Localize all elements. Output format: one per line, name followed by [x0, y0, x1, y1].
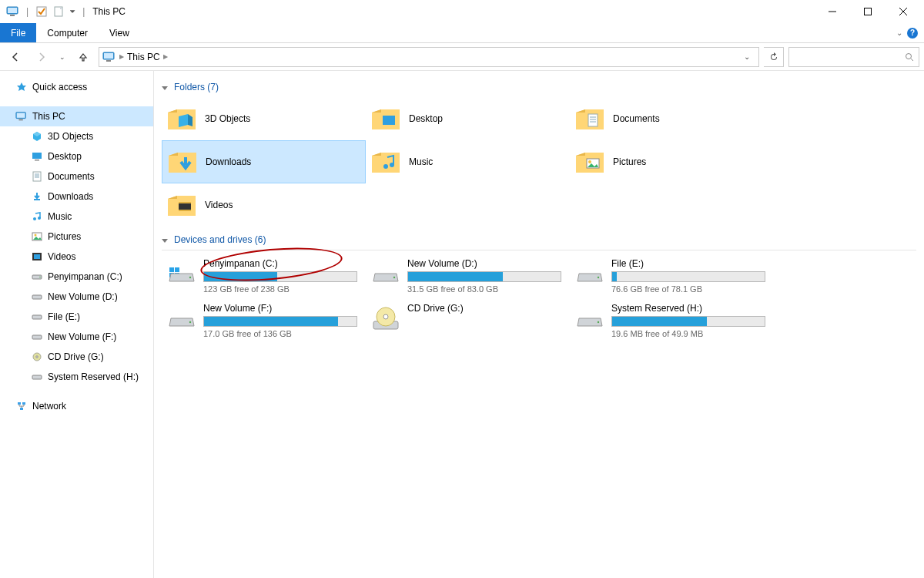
- sidebar-item-desktop[interactable]: Desktop: [0, 146, 153, 166]
- folder-item-downloads[interactable]: Downloads: [162, 140, 366, 183]
- sidebar-item-network[interactable]: Network: [0, 396, 153, 416]
- videos-icon: [31, 250, 43, 263]
- drives-grid: Penyimpanan (C:)123 GB free of 238 GBNew…: [162, 257, 916, 346]
- sidebar-item-drive-e[interactable]: File (E:): [0, 307, 153, 327]
- svg-point-63: [383, 314, 388, 319]
- sidebar-item-downloads[interactable]: Downloads: [0, 187, 153, 207]
- group-title: Devices and drives (6): [174, 234, 266, 245]
- folder-item-videos[interactable]: Videos: [162, 183, 366, 227]
- sidebar-item-drive-c[interactable]: Penyimpanan (C:): [0, 267, 153, 287]
- forward-button[interactable]: [31, 46, 52, 68]
- folder-item-pictures[interactable]: Pictures: [570, 140, 774, 183]
- videos-folder-icon: [166, 190, 197, 220]
- drive-name: New Volume (F:): [203, 303, 361, 314]
- maximize-button[interactable]: [850, 0, 886, 23]
- folder-item-documents[interactable]: Documents: [570, 97, 774, 140]
- sidebar-item-3d-objects[interactable]: 3D Objects: [0, 126, 153, 146]
- search-input[interactable]: [788, 47, 919, 67]
- network-icon: [15, 400, 28, 412]
- folder-label: Downloads: [206, 156, 251, 167]
- svg-rect-32: [32, 295, 42, 299]
- drive-free-text: 76.6 GB free of 78.1 GB: [611, 284, 769, 294]
- svg-rect-16: [18, 119, 22, 121]
- drive-item[interactable]: Penyimpanan (C:)123 GB free of 238 GB: [162, 257, 366, 301]
- tab-computer[interactable]: Computer: [36, 23, 99, 42]
- drive-free-text: 17.0 GB free of 136 GB: [203, 329, 361, 338]
- address-bar[interactable]: ▶ This PC ▶ ⌄: [99, 47, 759, 67]
- music-icon: [31, 210, 43, 223]
- ribbon-expand-icon[interactable]: ⌄: [896, 29, 902, 37]
- drive-icon: [31, 291, 43, 303]
- breadcrumb-location[interactable]: This PC: [127, 52, 160, 62]
- window-controls: [815, 0, 921, 23]
- svg-line-13: [911, 59, 913, 61]
- downloads-icon: [31, 190, 43, 203]
- group-header-folders[interactable]: Folders (7): [162, 82, 916, 92]
- cd-drive-icon: [370, 303, 401, 334]
- svg-point-49: [588, 160, 591, 163]
- svg-point-36: [36, 356, 38, 358]
- svg-point-24: [33, 217, 36, 220]
- sidebar-item-drive-f[interactable]: New Volume (F:): [0, 327, 153, 347]
- sidebar-item-quick-access[interactable]: Quick access: [0, 77, 153, 97]
- svg-rect-42: [588, 114, 598, 126]
- breadcrumb-separator-icon[interactable]: ▶: [163, 53, 168, 60]
- close-button[interactable]: [886, 0, 921, 23]
- cd-drive-icon: [31, 351, 43, 363]
- svg-point-60: [189, 321, 191, 323]
- drive-item[interactable]: File (E:)76.6 GB free of 78.1 GB: [570, 257, 774, 301]
- back-button[interactable]: [5, 46, 26, 68]
- svg-point-64: [598, 321, 599, 323]
- desktop-folder-icon: [370, 103, 401, 134]
- folder-label: Videos: [205, 200, 233, 210]
- properties-checkbox-icon[interactable]: [35, 5, 49, 18]
- drive-item[interactable]: CD Drive (G:): [366, 301, 570, 346]
- sidebar-item-label: Videos: [48, 251, 75, 262]
- sidebar-item-label: This PC: [32, 111, 65, 122]
- new-doc-icon[interactable]: [52, 5, 65, 18]
- content-pane: Folders (7) 3D Objects Desktop Documents…: [154, 71, 924, 578]
- svg-rect-38: [18, 402, 21, 405]
- drive-usage-bar: [611, 316, 765, 327]
- sidebar-item-cd-drive[interactable]: CD Drive (G:): [0, 347, 153, 367]
- sidebar-item-label: Quick access: [32, 82, 87, 92]
- drive-name: CD Drive (G:): [407, 303, 565, 314]
- folder-label: Pictures: [613, 156, 646, 167]
- svg-rect-52: [179, 210, 191, 211]
- folder-item-desktop[interactable]: Desktop: [366, 97, 570, 140]
- help-icon[interactable]: ?: [907, 28, 918, 39]
- address-dropdown-icon[interactable]: ⌄: [738, 49, 755, 66]
- sidebar-item-drive-h[interactable]: System Reserved (H:): [0, 367, 153, 387]
- group-rule: [162, 250, 916, 250]
- recent-locations-button[interactable]: ⌄: [57, 46, 68, 68]
- folder-label: 3D Objects: [205, 113, 250, 124]
- svg-rect-37: [32, 375, 42, 379]
- svg-rect-51: [179, 202, 191, 203]
- up-button[interactable]: [72, 46, 94, 68]
- svg-point-58: [393, 277, 395, 278]
- sidebar-item-documents[interactable]: Documents: [0, 166, 153, 187]
- qat-dropdown-icon[interactable]: ⏷: [69, 5, 76, 18]
- tab-file[interactable]: File: [0, 23, 36, 42]
- group-header-drives[interactable]: Devices and drives (6): [162, 234, 916, 245]
- minimize-button[interactable]: [815, 0, 850, 23]
- sidebar-item-drive-d[interactable]: New Volume (D:): [0, 287, 153, 307]
- sidebar-item-pictures[interactable]: Pictures: [0, 227, 153, 247]
- svg-point-27: [35, 234, 37, 237]
- sidebar-item-videos[interactable]: Videos: [0, 247, 153, 267]
- svg-rect-53: [169, 267, 174, 272]
- sidebar-item-label: New Volume (F:): [48, 331, 116, 342]
- sidebar-item-this-pc[interactable]: This PC: [0, 106, 153, 126]
- drive-item[interactable]: System Reserved (H:)19.6 MB free of 49.9…: [570, 301, 774, 346]
- drive-icon: [31, 371, 43, 383]
- drive-item[interactable]: New Volume (F:)17.0 GB free of 136 GB: [162, 301, 366, 346]
- tab-view[interactable]: View: [99, 23, 140, 42]
- drive-icon: [31, 271, 43, 283]
- sidebar-item-label: Documents: [48, 171, 95, 182]
- folder-item-3d-objects[interactable]: 3D Objects: [162, 97, 366, 140]
- breadcrumb-separator-icon: ▶: [119, 53, 124, 60]
- sidebar-item-music[interactable]: Music: [0, 207, 153, 227]
- folder-item-music[interactable]: Music: [366, 140, 570, 183]
- drive-item[interactable]: New Volume (D:)31.5 GB free of 83.0 GB: [366, 257, 570, 301]
- refresh-button[interactable]: [764, 47, 784, 67]
